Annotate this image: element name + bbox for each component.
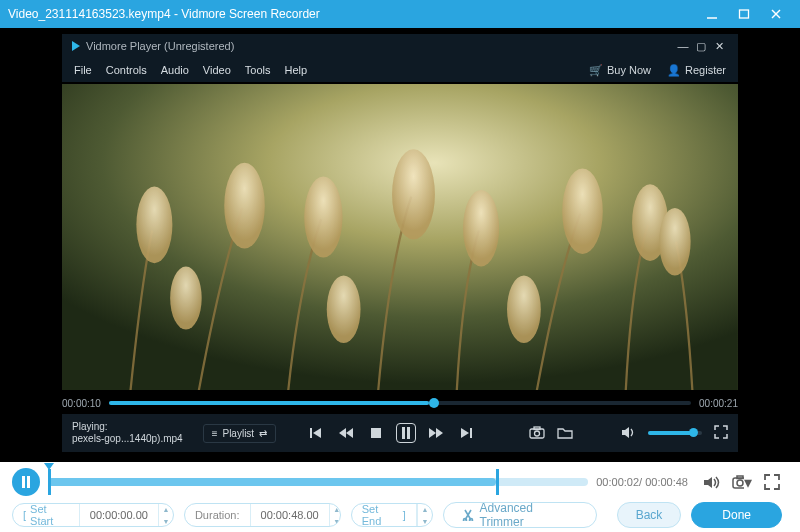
svg-rect-22 xyxy=(407,427,410,439)
menu-help[interactable]: Help xyxy=(284,64,307,76)
rewind-icon[interactable] xyxy=(336,423,356,443)
trim-editor: 00:00:02/ 00:00:48 ▾ [ Set Start 00:00:0… xyxy=(0,462,800,532)
back-button[interactable]: Back xyxy=(617,502,682,528)
svg-marker-18 xyxy=(339,428,346,438)
mute-icon[interactable] xyxy=(702,472,722,492)
svg-marker-23 xyxy=(429,428,436,438)
svg-rect-32 xyxy=(27,476,30,488)
volume-icon[interactable] xyxy=(621,426,636,441)
svg-rect-21 xyxy=(402,427,405,439)
player-current-time: 00:00:10 xyxy=(62,398,101,409)
svg-point-5 xyxy=(136,187,172,264)
svg-point-15 xyxy=(507,276,541,344)
duration-up-icon[interactable]: ▲ xyxy=(330,503,341,515)
svg-marker-24 xyxy=(436,428,443,438)
svg-rect-20 xyxy=(371,428,381,438)
now-playing: Playing: pexels-gop...1440p).mp4 xyxy=(72,421,183,445)
volume-slider[interactable] xyxy=(648,431,702,435)
player-controls: Playing: pexels-gop...1440p).mp4 ≡ Playl… xyxy=(62,414,738,452)
player-logo-icon xyxy=(72,41,80,51)
done-button[interactable]: Done xyxy=(691,502,782,528)
buy-now-link[interactable]: 🛒 Buy Now xyxy=(589,64,651,77)
preview-panel: Vidmore Player (Unregistered) — ▢ ✕ File… xyxy=(0,28,800,462)
now-playing-file: pexels-gop...1440p).mp4 xyxy=(72,433,183,445)
start-up-icon[interactable]: ▲ xyxy=(159,503,173,515)
trim-track[interactable] xyxy=(48,471,588,493)
player-seekbar[interactable]: 00:00:10 00:00:21 xyxy=(62,394,738,412)
svg-rect-26 xyxy=(470,428,472,438)
svg-marker-25 xyxy=(461,428,469,438)
stop-icon[interactable] xyxy=(366,423,386,443)
svg-point-28 xyxy=(535,431,540,436)
trim-handle-start[interactable] xyxy=(48,469,51,495)
svg-point-12 xyxy=(659,208,691,276)
svg-point-35 xyxy=(737,480,743,486)
svg-marker-17 xyxy=(313,428,321,438)
camera-dropdown-icon[interactable]: ▾ xyxy=(732,472,752,492)
trim-handle-end[interactable] xyxy=(496,469,499,495)
menu-controls[interactable]: Controls xyxy=(106,64,147,76)
duration-box: Duration: 00:00:48.00 ▲▼ xyxy=(184,503,341,527)
open-folder-icon[interactable] xyxy=(557,426,573,441)
duration-value[interactable]: 00:00:48.00 xyxy=(251,509,329,521)
svg-point-14 xyxy=(327,276,361,344)
window-minimize-button[interactable] xyxy=(696,0,728,28)
set-end-button[interactable]: Set End ] xyxy=(352,504,417,526)
set-end-box: Set End ] ▲▼ xyxy=(351,503,433,527)
menu-file[interactable]: File xyxy=(74,64,92,76)
window-titlebar: Video_231114163523.keymp4 - Vidmore Scre… xyxy=(0,0,800,28)
now-playing-label: Playing: xyxy=(72,421,183,433)
end-up-icon[interactable]: ▲ xyxy=(418,503,432,515)
svg-rect-31 xyxy=(22,476,25,488)
start-value[interactable]: 00:00:00.00 xyxy=(80,509,158,521)
duration-label: Duration: xyxy=(185,504,251,526)
set-start-button[interactable]: [ Set Start xyxy=(13,504,80,526)
player-maximize-button[interactable]: ▢ xyxy=(692,40,710,53)
svg-point-8 xyxy=(392,149,435,239)
next-track-icon[interactable] xyxy=(456,423,476,443)
playlist-button[interactable]: ≡ Playlist ⇄ xyxy=(203,424,277,443)
snapshot-icon[interactable] xyxy=(529,426,545,441)
advanced-trimmer-button[interactable]: Advanced Trimmer xyxy=(443,502,597,528)
forward-icon[interactable] xyxy=(426,423,446,443)
start-down-icon[interactable]: ▼ xyxy=(159,515,173,527)
player-brand: Vidmore Player (Unregistered) xyxy=(86,40,234,52)
pause-button[interactable] xyxy=(396,423,416,443)
window-close-button[interactable] xyxy=(760,0,792,28)
menu-tools[interactable]: Tools xyxy=(245,64,271,76)
player-header: Vidmore Player (Unregistered) — ▢ ✕ xyxy=(62,34,738,58)
menu-video[interactable]: Video xyxy=(203,64,231,76)
expand-icon[interactable] xyxy=(762,472,782,492)
window-maximize-button[interactable] xyxy=(728,0,760,28)
seek-track[interactable] xyxy=(109,401,691,405)
end-down-icon[interactable]: ▼ xyxy=(418,515,432,527)
set-start-box: [ Set Start 00:00:00.00 ▲▼ xyxy=(12,503,174,527)
prev-track-icon[interactable] xyxy=(306,423,326,443)
editor-play-button[interactable] xyxy=(12,468,40,496)
register-link[interactable]: 👤 Register xyxy=(667,64,726,77)
svg-point-6 xyxy=(224,163,265,249)
player-close-button[interactable]: ✕ xyxy=(710,40,728,53)
svg-point-10 xyxy=(562,168,603,254)
player-minimize-button[interactable]: — xyxy=(674,40,692,52)
svg-marker-19 xyxy=(346,428,353,438)
svg-rect-16 xyxy=(310,428,312,438)
editor-time-display: 00:00:02/ 00:00:48 xyxy=(596,476,688,488)
svg-rect-1 xyxy=(740,10,749,18)
player-menubar: File Controls Audio Video Tools Help 🛒 B… xyxy=(62,58,738,82)
svg-point-7 xyxy=(304,176,342,257)
duration-down-icon[interactable]: ▼ xyxy=(330,515,341,527)
svg-marker-30 xyxy=(622,427,629,438)
fullscreen-icon[interactable] xyxy=(714,425,728,441)
svg-rect-29 xyxy=(534,427,540,430)
svg-point-9 xyxy=(463,190,499,267)
window-title: Video_231114163523.keymp4 - Vidmore Scre… xyxy=(8,7,320,21)
player-total-time: 00:00:21 xyxy=(699,398,738,409)
video-canvas[interactable] xyxy=(62,84,738,390)
svg-point-13 xyxy=(170,267,202,330)
menu-audio[interactable]: Audio xyxy=(161,64,189,76)
svg-marker-33 xyxy=(704,477,712,488)
